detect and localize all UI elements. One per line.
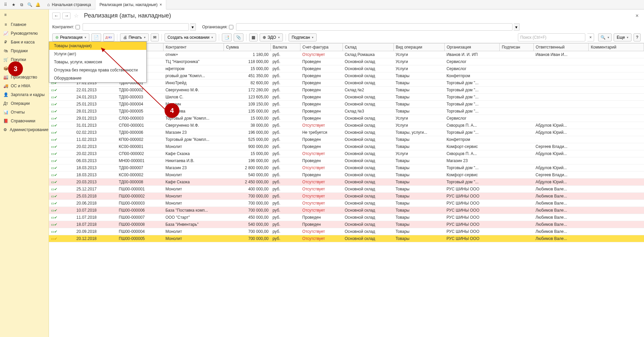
column-header[interactable]: Сумма [224,43,270,51]
dtk-button[interactable]: ДтКт [103,33,115,41]
create-base-button[interactable]: Создать на основании▾ [165,33,216,41]
sidebar-icon: 📊 [3,110,8,115]
edo-button[interactable]: ⊕ ЭДО▾ [260,33,283,41]
table-row[interactable]: ▭✔25.01.2013ТД00-000004Магазин109 150,00… [49,101,644,108]
nav-forward-button[interactable]: → [62,12,70,19]
attach-button[interactable]: 📎 [234,33,243,41]
column-header[interactable]: Подписан [500,43,534,51]
dropdown-item[interactable]: Оборудование [49,74,146,82]
table-row[interactable]: ▭✔29.01.2013СЛ00-000003Торговый дом "Ком… [49,115,644,122]
sidebar-item[interactable]: ≡Главное [0,20,49,29]
sidebar-icon: 👤 [3,92,8,97]
table-row[interactable]: ▭✔20.02.2013КС00-000001Монолит900 000,00… [49,143,644,150]
table-row[interactable]: ▭✔31.01.2013СП00-000001Свергуненко М.Ф.3… [49,122,644,129]
dropdown-item[interactable]: Отгрузка без перехода права собственност… [49,66,146,74]
table-row[interactable]: ▭✔24.01.2013ТД00-000003Шилов С.123 605,0… [49,94,644,101]
column-header[interactable]: Организация [444,43,500,51]
column-header[interactable]: Валюта [270,43,300,51]
column-header[interactable]: Вид операции [393,43,444,51]
table-row[interactable]: ▭✔18.03.2013КС00-000002Монолит540 000,00… [49,172,644,179]
org-checkbox[interactable] [229,25,233,29]
sidebar-item[interactable]: 🛒Покупки [0,55,49,64]
sidebar-item[interactable]: 🛍Продажи [0,47,49,55]
table-row[interactable]: ▭✔18.03.2013ТД00-000007Магазин 232 800 0… [49,164,644,172]
sidebar-item-label: Справочники [11,119,35,123]
org-dropdown-button[interactable]: ▾ [514,23,520,31]
table-row[interactable]: ▭✔11.07.2018ПШ00-000007ООО "Старт"450 00… [49,214,644,221]
realization-button[interactable]: ⊕Реализация▾ [52,33,89,41]
sidebar-icon: ⚙ [3,127,7,132]
sidebar-item[interactable]: 🏭Производство [0,73,49,82]
help-button[interactable]: ? [634,33,641,41]
tab-close-icon[interactable]: × [159,2,162,7]
page-title: Реализация (акты, накладные) [84,12,171,19]
table-row[interactable]: ▭✔11.02.2013КП00-000002Торговый дом "Ком… [49,136,644,143]
load-button[interactable]: 📑 [222,33,232,41]
page-header: ← → ☆ Реализация (акты, накладные) × [49,9,644,22]
org-input[interactable] [236,23,513,31]
sidebar-item[interactable]: 👤Зарплата и кадры [0,90,49,99]
sidebar-item[interactable]: ₽Банк и касса [0,38,49,47]
copy-button[interactable]: 📄 [91,33,101,41]
sidebar-item-label: Руководителю [11,31,38,36]
table-row[interactable]: ▭✔20.12.2018ПШ00-000005Монолит700 000,00… [49,235,644,242]
column-header[interactable]: Счет-фактура [300,43,343,51]
sidebar-item[interactable]: 📕Справочники [0,117,49,125]
menu-icon[interactable]: ≡ [1,11,9,19]
tab[interactable]: ⌂Начальная страница [43,0,95,9]
search-input[interactable]: Поиск (Ctrl+F) [518,33,585,41]
tab[interactable]: Реализация (акты, накладные)× [95,0,166,9]
star-outline-icon[interactable]: ☆ [74,12,79,19]
envelope-button[interactable]: ✉ [151,33,159,41]
contragent-checkbox[interactable] [76,25,80,29]
table-row[interactable]: ▭✔10.07.2018ПШ00-000006База "Поставка ко… [49,207,644,214]
data-table[interactable]: ДатаНомерКонтрагентСуммаВалютаСчет-факту… [49,43,644,337]
nav-back-button[interactable]: ← [52,12,60,19]
table-row[interactable]: ▭✔18.07.2018ПШ00-000008База "Инвентарь"5… [49,221,644,228]
more-button[interactable]: Еще▾ [614,33,632,41]
column-header[interactable]: Контрагент [164,43,224,51]
sidebar-item[interactable]: 📊Отчеты [0,108,49,117]
sidebar-icon: Дт [3,101,8,106]
column-header[interactable]: Ответственный [533,43,589,51]
sidebar-item[interactable]: ДтОперации [0,99,49,108]
table-row[interactable]: ▭✔22.01.2013ТД00-000002Свергуненко М.Ф.1… [49,87,644,94]
close-page-button[interactable]: × [634,13,641,19]
contragent-input[interactable] [83,23,189,31]
contragent-dropdown-button[interactable]: ▾ [190,23,196,31]
signed-button[interactable]: Подписан▾ [289,33,317,41]
sidebar-item-label: ОС и НМА [11,84,30,88]
bell-icon[interactable]: 🔔 [34,1,42,9]
table-row[interactable]: ▭✔06.03.2013МН00-000001Никитаева И.В.196… [49,157,644,164]
table-row[interactable]: ▭✔28.01.2013ТД00-000005Никитаева135 000,… [49,108,644,115]
grid-button[interactable]: ▦ [249,33,258,41]
search-clear-button[interactable]: × [587,33,594,41]
find-button[interactable]: 🔍▾ [598,33,612,41]
table-row[interactable]: ▭✔20.03.2013ТД00-000008Кафе Сказка2 450 … [49,179,644,186]
sidebar-item[interactable]: 🚚ОС и НМА [0,82,49,90]
toolbar: ⊕Реализация▾ 📄 ДтКт 🖨 Печать▾ ✉ Создать … [49,32,644,43]
star-icon[interactable]: ★ [9,1,18,9]
sidebar-item-label: Администрирование [10,127,48,132]
filter-row: Контрагент: ▾ Организация: ▾ [49,22,644,32]
dropdown-item[interactable]: Услуги (акт) [49,50,146,58]
table-row[interactable]: ▭✔25.03.2018ПШ00-000002Монолит700 000,00… [49,193,644,200]
history-icon[interactable]: ⧉ [18,1,26,9]
sidebar-item[interactable]: ⚙Администрирование [0,125,49,134]
sidebar-item[interactable]: 📈Руководителю [0,29,49,38]
top-bar: ⠿ ★ ⧉ 🔍 🔔 ⌂Начальная страницаРеализация … [0,0,644,9]
sidebar-icon: 📈 [3,31,8,36]
table-row[interactable]: ▭✔20.06.2018ПШ00-000003Монолит700 000,00… [49,200,644,207]
dropdown-item[interactable]: Товары (накладная) [49,42,146,50]
print-button[interactable]: 🖨 Печать▾ [120,33,148,41]
sidebar-item[interactable]: 📦Склад [0,64,49,73]
column-header[interactable]: Комментарий [589,43,644,51]
dropdown-item[interactable]: Товары, услуги, комиссия [49,58,146,66]
search-icon[interactable]: 🔍 [26,1,34,9]
table-row[interactable]: ▭✔20.02.2013СП00-000002Кафе Сказка15 000… [49,150,644,157]
table-row[interactable]: ▭✔25.12.2017ПШ00-000001Монолит400 000,00… [49,186,644,193]
apps-icon[interactable]: ⠿ [1,1,9,9]
column-header[interactable]: Склад [343,43,393,51]
table-row[interactable]: ▭✔20.09.2018ПШ00-000004Монолит700 000,00… [49,228,644,235]
table-row[interactable]: ▭✔02.02.2013ТД00-000006Магазин 23196 000… [49,129,644,136]
